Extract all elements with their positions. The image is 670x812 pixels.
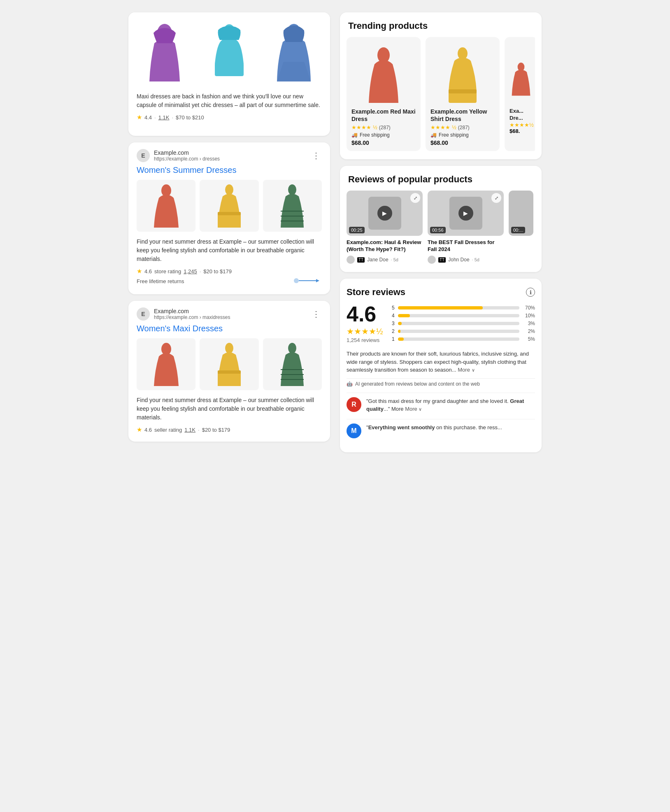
divider-1 — [347, 393, 535, 393]
hero-card-body: Maxi dresses are back in fashion and we … — [128, 86, 330, 128]
maxi-rating-line: ★ 4.6 seller rating 1.1K · $20 to $179 — [137, 426, 322, 433]
product-item-yellow[interactable]: Example.com Yellow Shirt Dress ★★★★ ½ (2… — [426, 37, 500, 151]
svg-rect-2 — [215, 63, 244, 76]
tiktok-icon-1: TT — [357, 257, 365, 263]
video-duration-2: 00:56 — [430, 227, 446, 233]
summer-site-info: E Example.com https://example.com › dres… — [137, 149, 220, 162]
bar-row-1: 1 5% — [391, 336, 535, 342]
maxi-result-card: E Example.com https://example.com › maxi… — [128, 301, 330, 442]
review-text-2: "Everything went smoothly on this purcha… — [366, 423, 502, 438]
bar-pct-1: 5% — [523, 336, 535, 342]
author-avatar-2 — [428, 256, 436, 264]
maxi-site-header: E Example.com https://example.com › maxi… — [137, 307, 322, 321]
hero-star: ★ — [137, 114, 142, 121]
maxi-more-button[interactable]: ⋮ — [310, 310, 322, 318]
expand-button-2[interactable]: ⤢ — [491, 193, 501, 203]
summer-rating-line: ★ 4.6 store rating 1,245 · $20 to $179 — [137, 268, 322, 275]
hero-rating-count[interactable]: 1.1K — [158, 114, 170, 121]
summer-description: Find your next summer dress at Example –… — [137, 237, 322, 263]
bar-fill-5 — [398, 306, 483, 309]
hero-rating: 4.4 — [144, 114, 152, 121]
review-more-1[interactable]: More ∨ — [405, 406, 422, 412]
bar-num-3: 3 — [391, 321, 395, 326]
product-name-yellow: Example.com Yellow Shirt Dress — [430, 108, 495, 123]
store-reviews-title: Store reviews — [347, 287, 405, 298]
bar-fill-4 — [398, 314, 410, 317]
maxi-rating: 4.6 — [144, 427, 152, 433]
author-avatar-1 — [347, 256, 355, 264]
review-text-1: "Got this maxi dress for my grand daught… — [366, 397, 535, 413]
info-icon[interactable]: ℹ — [526, 288, 535, 297]
hero-dress-1 — [142, 21, 187, 82]
maxi-site-icon: E — [137, 307, 150, 321]
ai-icon: 🤖 — [347, 381, 353, 387]
bar-row-2: 2 2% — [391, 328, 535, 334]
rating-overview: 4.6 ★★★★½ 1,254 reviews 5 70% 4 — [347, 303, 535, 343]
summary-more-link[interactable]: More ∨ — [458, 367, 475, 373]
review-item-2: M "Everything went smoothly on this purc… — [347, 423, 535, 438]
video-title-2: The BEST Fall Dresses for Fall 2024 — [428, 239, 504, 253]
summer-free-returns: Free lifetime returns — [137, 278, 184, 284]
author-platform-1: · 5d — [391, 257, 398, 262]
summer-site-icon: E — [137, 149, 150, 162]
summer-star: ★ — [137, 268, 142, 275]
summer-site-url: https://example.com › dresses — [154, 156, 220, 162]
bar-pct-4: 10% — [523, 313, 535, 319]
expand-button-1[interactable]: ⤢ — [410, 193, 420, 203]
svg-point-5 — [225, 184, 233, 195]
maxi-site-url: https://example.com › maxidresses — [154, 314, 230, 320]
play-button-2[interactable]: ▶ — [458, 206, 473, 221]
product-scroll: Example.com Red Maxi Dress ★★★★ ½ (287) … — [347, 37, 535, 151]
summer-more-button[interactable]: ⋮ — [310, 151, 322, 160]
product-item-partial[interactable]: Exa...Dre... ★★★★½ $68. — [505, 37, 535, 151]
summer-site-header: E Example.com https://example.com › dres… — [137, 149, 322, 162]
summer-dress-row — [137, 180, 322, 232]
video-title-1: Example.com: Haul & Review (Worth The Hy… — [347, 239, 423, 253]
product-img-yellow — [430, 42, 495, 104]
video-author-2: TT John Doe · 5d — [428, 256, 504, 264]
bar-num-5: 5 — [391, 305, 395, 311]
video-duration-1: 00:25 — [349, 227, 365, 233]
summer-result-title[interactable]: Women's Summer Dresses — [137, 165, 322, 175]
bar-fill-2 — [398, 330, 400, 333]
summer-dress-2 — [200, 180, 258, 232]
video-item-partial[interactable]: 00:... — [509, 191, 533, 264]
summer-price-range: $20 to $179 — [203, 268, 232, 275]
video-thumbnail-2: ▶ 00:56 ⤢ — [428, 191, 504, 236]
divider-2 — [347, 419, 535, 419]
maxi-site-info: E Example.com https://example.com › maxi… — [137, 307, 230, 321]
video-item-2[interactable]: ▶ 00:56 ⤢ The BEST Fall Dresses for Fall… — [428, 191, 504, 264]
product-name-partial: Exa...Dre... — [509, 108, 533, 122]
maxi-result-title[interactable]: Women's Maxi Dresses — [137, 324, 322, 333]
review-item-1: R "Got this maxi dress for my grand daug… — [347, 397, 535, 413]
hero-dress-row — [128, 12, 330, 86]
bar-row-4: 4 10% — [391, 313, 535, 319]
store-reviews-header: Store reviews ℹ — [347, 287, 535, 298]
video-thumbnail-inner-1: ▶ — [368, 197, 401, 230]
product-item-red[interactable]: Example.com Red Maxi Dress ★★★★ ½ (287) … — [347, 37, 421, 151]
video-item-1[interactable]: ▶ 00:25 ⤢ Example.com: Haul & Review (Wo… — [347, 191, 423, 264]
bar-track-4 — [398, 314, 519, 317]
maxi-rating-count[interactable]: 1.1K — [184, 427, 195, 433]
maxi-dress-row — [137, 338, 322, 390]
summer-site-name: Example.com — [154, 149, 220, 156]
big-rating-number: 4.6 — [347, 303, 376, 325]
product-name-red: Example.com Red Maxi Dress — [351, 108, 416, 123]
play-button-1[interactable]: ▶ — [377, 206, 392, 221]
product-price-partial: $68. — [509, 128, 533, 134]
svg-rect-26 — [449, 89, 477, 93]
reviews-card: Reviews of popular products ▶ 00:25 ⤢ Ex… — [340, 166, 542, 272]
svg-point-12 — [294, 278, 299, 283]
product-img-red — [351, 42, 416, 104]
summer-rating-count[interactable]: 1,245 — [184, 268, 197, 275]
product-price-yellow: $68.00 — [430, 140, 495, 146]
big-stars: ★★★★½ — [347, 326, 383, 336]
bar-track-1 — [398, 337, 519, 341]
product-img-partial — [509, 42, 533, 104]
product-shipping-red: 🚚 Free shipping — [351, 132, 416, 138]
reviewer-avatar-m: M — [347, 423, 361, 438]
author-name-1: Jane Doe — [367, 257, 388, 263]
bar-pct-5: 70% — [523, 305, 535, 311]
product-price-red: $68.00 — [351, 140, 416, 146]
summer-extra-info: Free lifetime returns — [137, 277, 322, 286]
